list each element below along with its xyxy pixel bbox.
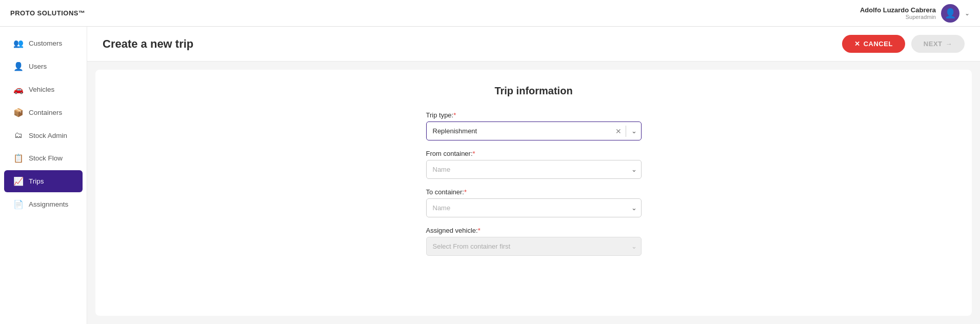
from-container-input[interactable] [427,160,627,178]
trip-type-chevron-icon[interactable]: ⌄ [627,127,641,135]
assigned-vehicle-input [427,237,627,255]
from-container-input-wrapper[interactable]: ⌄ [426,160,642,179]
sidebar-item-label: Trips [29,177,44,185]
trip-type-label: Trip type:* [426,111,642,119]
assigned-vehicle-input-wrapper: ⌄ [426,237,642,256]
trip-type-input[interactable] [427,122,612,140]
form-section-title: Trip information [494,85,572,97]
sidebar: 👥 Customers 👤 Users 🚗 Vehicles 📦 Contain… [0,27,87,324]
app-brand: PROTO SOLUTIONS™ [10,9,85,17]
sidebar-item-containers[interactable]: 📦 Containers [4,102,83,124]
input-separator [626,126,626,137]
from-container-group: From container:* ⌄ [426,150,642,179]
sidebar-item-label: Assignments [29,200,68,208]
users-icon: 👤 [13,62,24,71]
stock-admin-icon: 🗂 [13,131,24,140]
page-header: Create a new trip ✕ CANCEL NEXT → [87,27,980,62]
vehicles-icon: 🚗 [13,85,24,94]
containers-icon: 📦 [13,108,24,117]
app-body: 👥 Customers 👤 Users 🚗 Vehicles 📦 Contain… [0,27,980,324]
sidebar-item-stock-admin[interactable]: 🗂 Stock Admin [4,125,83,146]
sidebar-item-label: Containers [29,109,62,116]
trip-type-group: Trip type:* ✕ ⌄ [426,111,642,140]
trip-type-clear-button[interactable]: ✕ [612,127,625,135]
sidebar-item-users[interactable]: 👤 Users [4,55,83,77]
main-content: Create a new trip ✕ CANCEL NEXT → Trip i… [87,27,980,324]
from-container-chevron-icon[interactable]: ⌄ [627,166,641,173]
to-container-label: To container:* [426,188,642,196]
user-info: Adolfo Luzardo Cabrera Superadmin [860,6,936,20]
user-role: Superadmin [860,14,936,20]
sidebar-item-assignments[interactable]: 📄 Assignments [4,193,83,215]
assigned-vehicle-group: Assigned vehicle:* ⌄ [426,227,642,256]
form-area: Trip information Trip type:* ✕ ⌄ [95,70,972,316]
user-name: Adolfo Luzardo Cabrera [860,6,936,14]
header-actions: ✕ CANCEL NEXT → [842,35,965,53]
sidebar-item-label: Stock Flow [29,154,63,162]
sidebar-item-trips[interactable]: 📈 Trips [4,170,83,192]
stock-flow-icon: 📋 [13,153,24,163]
sidebar-item-customers[interactable]: 👥 Customers [4,32,83,54]
top-header: PROTO SOLUTIONS™ Adolfo Luzardo Cabrera … [0,0,980,27]
cancel-x-icon: ✕ [854,40,861,48]
sidebar-item-stock-flow[interactable]: 📋 Stock Flow [4,147,83,169]
assigned-vehicle-label: Assigned vehicle:* [426,227,642,234]
sidebar-item-label: Customers [29,39,62,47]
to-container-input-wrapper[interactable]: ⌄ [426,198,642,217]
trip-type-input-wrapper[interactable]: ✕ ⌄ [426,121,642,140]
assigned-vehicle-chevron-icon: ⌄ [627,242,641,250]
next-arrow-icon: → [946,40,953,48]
to-container-chevron-icon[interactable]: ⌄ [627,204,641,212]
trips-icon: 📈 [13,176,24,186]
form-container: Trip type:* ✕ ⌄ From container:* [426,111,642,256]
cancel-button[interactable]: ✕ CANCEL [842,35,905,53]
customers-icon: 👥 [13,38,24,48]
sidebar-item-label: Stock Admin [29,132,67,139]
sidebar-item-vehicles[interactable]: 🚗 Vehicles [4,78,83,100]
user-menu[interactable]: Adolfo Luzardo Cabrera Superadmin 👤 ⌄ [860,4,970,23]
chevron-down-icon[interactable]: ⌄ [965,10,970,17]
to-container-input[interactable] [427,199,627,217]
sidebar-item-label: Vehicles [29,86,54,93]
page-title: Create a new trip [103,37,193,51]
next-button: NEXT → [911,35,965,53]
from-container-label: From container:* [426,150,642,157]
avatar[interactable]: 👤 [941,4,959,23]
assignments-icon: 📄 [13,199,24,209]
sidebar-item-label: Users [29,63,47,70]
avatar-icon: 👤 [945,8,956,19]
to-container-group: To container:* ⌄ [426,188,642,217]
